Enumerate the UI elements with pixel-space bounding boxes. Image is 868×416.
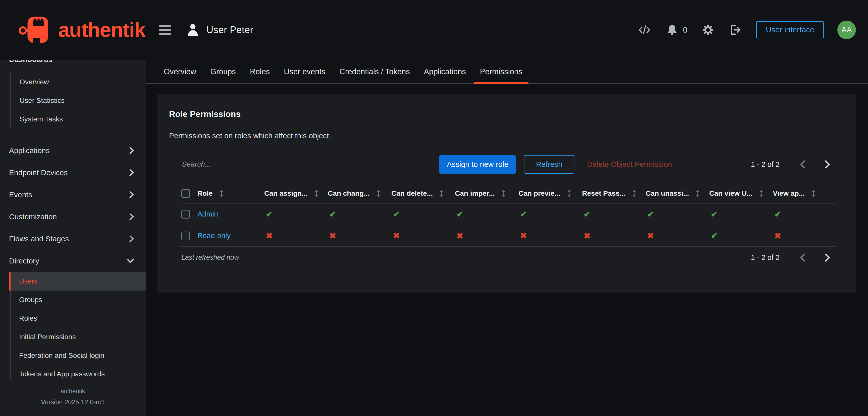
- sidebar-item-federation-and-social-login[interactable]: Federation and Social login: [10, 346, 146, 365]
- column-header-can-chang[interactable]: Can chang...: [328, 189, 391, 198]
- sidebar-item-tokens-and-app-passwords[interactable]: Tokens and App passwords: [10, 365, 146, 379]
- tabs: OverviewGroupsRolesUser eventsCredential…: [157, 60, 529, 83]
- check-icon: ✔: [773, 209, 781, 219]
- sidebar-group-applications[interactable]: Applications: [0, 139, 146, 162]
- sidebar-item-groups[interactable]: Groups: [10, 290, 146, 309]
- sidebar-item-system-tasks[interactable]: System Tasks: [19, 110, 146, 129]
- pagination-prev-button[interactable]: [794, 158, 811, 171]
- sidebar-item-users[interactable]: Users: [9, 272, 146, 290]
- pagination-next-button[interactable]: [819, 158, 836, 171]
- sidebar-item-user-statistics[interactable]: User Statistics: [19, 91, 146, 110]
- column-header-label: Can view U...: [709, 189, 753, 198]
- table-row-read-only: Read-only✖✖✖✖✖✖✖✔✖: [181, 225, 836, 246]
- sort-icon[interactable]: [811, 189, 816, 198]
- chevron-right-icon: [129, 146, 135, 155]
- layout: Dashboards OverviewUser StatisticsSystem…: [0, 60, 868, 416]
- dashboards-sublist: OverviewUser StatisticsSystem Tasks: [10, 73, 146, 129]
- column-header-label: Can previe...: [518, 189, 560, 198]
- tab-permissions[interactable]: Permissions: [473, 60, 529, 83]
- column-header-label: Reset Pass...: [582, 189, 626, 198]
- card-title: Role Permissions: [157, 109, 856, 119]
- tabbar: OverviewGroupsRolesUser eventsCredential…: [146, 60, 868, 84]
- sidebar-group-directory[interactable]: Directory: [0, 250, 146, 272]
- bell-icon[interactable]: [665, 23, 679, 37]
- check-icon: ✔: [264, 209, 273, 219]
- tab-overview[interactable]: Overview: [157, 60, 203, 83]
- column-header-view-ap[interactable]: View ap...: [773, 189, 836, 198]
- cross-icon: ✖: [328, 231, 336, 240]
- sidebar-toggle-button[interactable]: [157, 23, 173, 37]
- pagination-prev-button[interactable]: [794, 251, 811, 264]
- user-interface-button[interactable]: User interface: [756, 21, 824, 38]
- app-root: authentik User Peter: [0, 0, 868, 416]
- column-header-label: Can imper...: [455, 189, 495, 198]
- tab-credentials-tokens[interactable]: Credentials / Tokens: [333, 60, 417, 83]
- sort-icon[interactable]: [695, 189, 700, 198]
- settings-button[interactable]: [701, 23, 715, 37]
- sort-icon[interactable]: [219, 189, 224, 198]
- tab-groups[interactable]: Groups: [203, 60, 243, 83]
- table-header-row: RoleCan assign...Can chang...Can delete.…: [181, 184, 836, 203]
- row-checkbox[interactable]: [181, 232, 190, 240]
- sidebar-group-endpoint-devices[interactable]: Endpoint Devices: [0, 162, 146, 184]
- sort-icon[interactable]: [567, 189, 571, 198]
- column-header-label: Can unassi...: [646, 189, 689, 198]
- role-link-read-only[interactable]: Read-only: [197, 232, 230, 240]
- select-all-checkbox[interactable]: [181, 189, 190, 198]
- sidebar-group-events[interactable]: Events: [0, 184, 146, 206]
- tab-applications[interactable]: Applications: [417, 60, 473, 83]
- sidebar-item-overview[interactable]: Overview: [19, 73, 146, 91]
- sidebar-group-customization[interactable]: Customization: [0, 206, 146, 228]
- column-header-can-assign[interactable]: Can assign...: [264, 189, 328, 198]
- avatar[interactable]: AA: [837, 21, 856, 39]
- column-header-can-previe[interactable]: Can previe...: [518, 189, 582, 198]
- sidebar-group-label: Endpoint Devices: [9, 168, 68, 177]
- cross-icon: ✖: [518, 231, 527, 240]
- pagination-next-button[interactable]: [819, 251, 836, 264]
- tab-user-events[interactable]: User events: [277, 60, 332, 83]
- delete-object-permission-button: Delete Object Permission: [587, 160, 672, 169]
- column-header-label: Role: [197, 189, 213, 198]
- row-checkbox[interactable]: [181, 210, 190, 218]
- refresh-button[interactable]: Refresh: [524, 155, 575, 174]
- role-link-admin[interactable]: Admin: [197, 210, 218, 218]
- notification-count: 0: [683, 25, 687, 35]
- sidebar-group-flows-and-stages[interactable]: Flows and Stages: [0, 228, 146, 250]
- sidebar: Dashboards OverviewUser StatisticsSystem…: [0, 60, 146, 416]
- sort-icon[interactable]: [376, 189, 381, 198]
- chevron-right-icon: [129, 212, 135, 221]
- sort-icon[interactable]: [759, 189, 764, 198]
- column-header-reset-pass[interactable]: Reset Pass...: [582, 189, 646, 198]
- sidebar-footer-version: Version 2025.12.0-rc1: [0, 398, 146, 406]
- sidebar-item-roles[interactable]: Roles: [10, 309, 146, 328]
- masthead: authentik User Peter: [0, 0, 868, 60]
- api-code-button[interactable]: [637, 23, 652, 37]
- column-header-role[interactable]: Role: [197, 189, 264, 198]
- sidebar-item-initial-permissions[interactable]: Initial Permissions: [10, 328, 146, 346]
- table-footer: Last refreshed now 1 - 2 of 2: [181, 246, 836, 269]
- sidebar-groups: ApplicationsEndpoint DevicesEventsCustom…: [0, 139, 146, 379]
- masthead-actions: 0: [637, 21, 856, 39]
- column-header-can-delete[interactable]: Can delete...: [391, 189, 455, 198]
- sidebar-footer: authentik Version 2025.12.0-rc1: [0, 379, 146, 416]
- column-header-can-imper[interactable]: Can imper...: [455, 189, 518, 198]
- sort-icon[interactable]: [501, 189, 506, 198]
- tab-roles[interactable]: Roles: [243, 60, 277, 83]
- search-input[interactable]: [181, 155, 438, 173]
- card-inner: Assign to new role Refresh Delete Object…: [157, 155, 856, 269]
- sort-icon[interactable]: [632, 189, 637, 198]
- sort-icon[interactable]: [314, 189, 319, 198]
- sidebar-group-label: Customization: [9, 212, 57, 221]
- column-header-can-unassi[interactable]: Can unassi...: [646, 189, 709, 198]
- assign-to-new-role-button[interactable]: Assign to new role: [439, 155, 516, 174]
- chevron-right-icon: [129, 190, 135, 199]
- cross-icon: ✖: [773, 231, 781, 240]
- check-icon: ✔: [582, 209, 591, 219]
- sign-out-button[interactable]: [728, 23, 743, 37]
- column-header-can-view-u[interactable]: Can view U...: [709, 189, 773, 198]
- authentik-logo[interactable]: authentik: [0, 0, 146, 60]
- notifications: 0: [665, 23, 687, 37]
- sort-icon[interactable]: [439, 189, 444, 198]
- directory-sublist: UsersGroupsRolesInitial PermissionsFeder…: [10, 272, 146, 379]
- chevron-left-icon: [799, 253, 806, 262]
